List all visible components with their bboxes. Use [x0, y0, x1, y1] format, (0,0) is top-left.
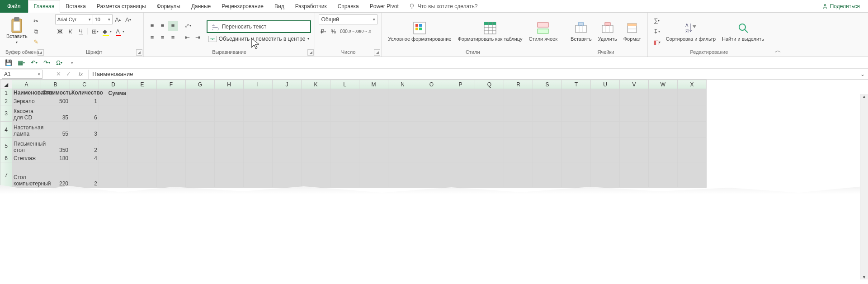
cell[interactable]	[649, 105, 678, 122]
cell[interactable]	[157, 154, 186, 162]
column-header-C[interactable]: C	[70, 80, 99, 89]
column-header-R[interactable]: R	[504, 80, 533, 89]
menu-tab-разметка-страницы[interactable]: Разметка страницы	[91, 0, 151, 13]
cell-styles-button[interactable]: Стили ячеек	[526, 20, 560, 43]
cell[interactable]	[99, 154, 128, 162]
qat-item[interactable]: ▦▾	[16, 58, 26, 68]
cell[interactable]: 3	[70, 122, 99, 138]
cell[interactable]	[128, 105, 157, 122]
orientation-button[interactable]: ⤢▾	[183, 21, 193, 31]
cell[interactable]	[591, 122, 620, 138]
cell[interactable]	[186, 89, 215, 97]
cell[interactable]	[562, 89, 591, 97]
cell[interactable]	[186, 138, 215, 154]
alignment-launcher[interactable]: ◢	[307, 49, 314, 56]
align-right-button[interactable]: ≡	[168, 33, 178, 43]
column-header-E[interactable]: E	[128, 80, 157, 89]
cell[interactable]	[620, 154, 649, 162]
delete-cells-button[interactable]: Удалить	[595, 20, 620, 43]
file-tab[interactable]: Файл	[0, 0, 28, 13]
cell[interactable]	[302, 154, 330, 162]
cell[interactable]	[475, 89, 504, 97]
cell[interactable]	[417, 105, 446, 122]
cell[interactable]	[533, 122, 562, 138]
cell[interactable]: 180	[41, 154, 70, 162]
cell[interactable]	[562, 105, 591, 122]
cell[interactable]	[678, 138, 707, 154]
copy-button[interactable]: ⧉	[31, 27, 41, 37]
cell[interactable]	[591, 89, 620, 97]
cell[interactable]	[562, 154, 591, 162]
cell[interactable]	[678, 154, 707, 162]
collapse-ribbon-button[interactable]: ︿	[770, 45, 786, 57]
cell[interactable]	[504, 97, 533, 105]
cell[interactable]	[620, 97, 649, 105]
tell-me[interactable]: Что вы хотите сделать?	[404, 3, 482, 9]
align-center-button[interactable]: ≡	[158, 33, 168, 43]
cell[interactable]	[678, 122, 707, 138]
cell[interactable]	[591, 138, 620, 154]
font-size-combo[interactable]: 10	[93, 14, 113, 24]
cell[interactable]	[273, 105, 302, 122]
cell[interactable]	[244, 154, 273, 162]
cell[interactable]	[330, 138, 359, 154]
cell[interactable]	[649, 154, 678, 162]
cell[interactable]	[475, 122, 504, 138]
cell[interactable]	[533, 97, 562, 105]
name-box[interactable]: A1	[2, 70, 42, 79]
cell[interactable]: 500	[41, 97, 70, 105]
cell[interactable]	[99, 162, 128, 188]
format-as-table-button[interactable]: Форматировать как таблицу	[455, 20, 525, 43]
cell[interactable]: Настольная лампа	[12, 122, 41, 138]
spreadsheet-grid[interactable]: ◢ABCDEFGHIJKLMNOPQRSTUVWX 1НаименованиеС…	[0, 80, 868, 188]
font-name-combo[interactable]: Arial Cyr	[55, 14, 93, 24]
cell[interactable]	[417, 154, 446, 162]
cell[interactable]: 4	[70, 154, 99, 162]
font-color-button[interactable]: A▾	[114, 26, 126, 36]
cell[interactable]	[388, 138, 417, 154]
underline-button[interactable]: Ч	[76, 26, 86, 36]
accounting-format-button[interactable]: ₽▾	[319, 26, 328, 36]
column-header-A[interactable]: A	[12, 80, 41, 89]
cell[interactable]	[649, 138, 678, 154]
cell[interactable]	[475, 154, 504, 162]
merge-center-button[interactable]: Объединить и поместить в центре ▾	[207, 35, 311, 43]
cell[interactable]	[504, 105, 533, 122]
cell[interactable]	[359, 162, 388, 188]
cell[interactable]	[330, 105, 359, 122]
cell[interactable]: 35	[41, 105, 70, 122]
column-header-B[interactable]: B	[41, 80, 70, 89]
row-header[interactable]: 4	[0, 122, 12, 138]
cell[interactable]	[157, 105, 186, 122]
cell[interactable]	[446, 89, 475, 97]
cell[interactable]	[678, 89, 707, 97]
cell[interactable]	[128, 97, 157, 105]
cell[interactable]	[388, 89, 417, 97]
column-header-U[interactable]: U	[591, 80, 620, 89]
autosum-button[interactable]: ∑▾	[651, 16, 662, 26]
cell[interactable]	[533, 105, 562, 122]
fill-button[interactable]: ↧▾	[651, 27, 662, 37]
cell[interactable]	[388, 105, 417, 122]
cell[interactable]	[446, 162, 475, 188]
cell[interactable]	[620, 89, 649, 97]
cell[interactable]	[475, 105, 504, 122]
cell[interactable]	[359, 138, 388, 154]
cell[interactable]	[446, 97, 475, 105]
cell[interactable]	[504, 138, 533, 154]
cell[interactable]: Кассета для CD	[12, 105, 41, 122]
cell[interactable]	[330, 89, 359, 97]
cell[interactable]	[273, 122, 302, 138]
cell[interactable]	[678, 97, 707, 105]
italic-button[interactable]: К	[66, 26, 75, 36]
cell[interactable]	[620, 162, 649, 188]
cell[interactable]	[591, 154, 620, 162]
cell[interactable]	[302, 105, 330, 122]
clipboard-launcher[interactable]: ◢	[38, 49, 44, 56]
cell[interactable]	[128, 138, 157, 154]
column-header-W[interactable]: W	[649, 80, 678, 89]
cell[interactable]	[446, 138, 475, 154]
cell[interactable]	[359, 105, 388, 122]
cell[interactable]	[157, 122, 186, 138]
cell[interactable]	[649, 122, 678, 138]
